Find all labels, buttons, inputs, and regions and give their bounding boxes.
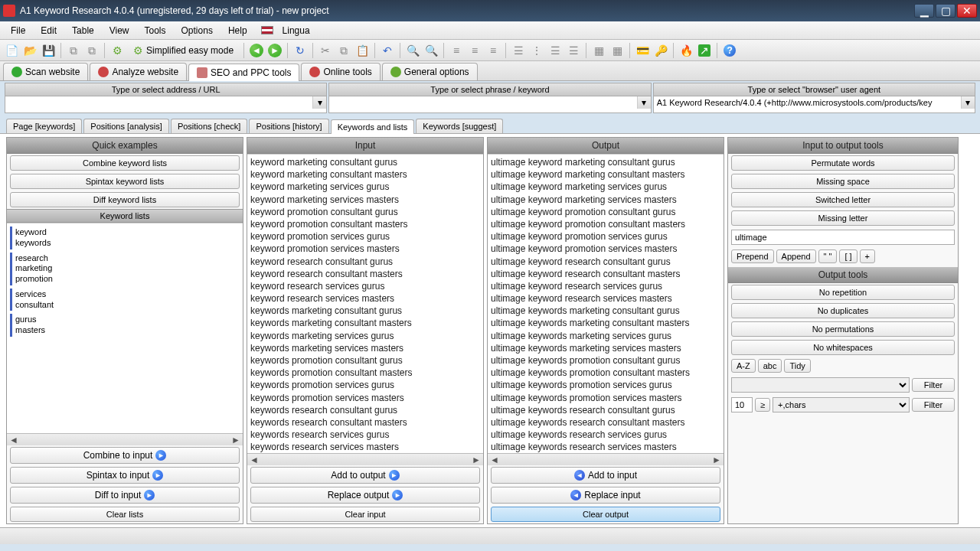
list-item[interactable]: keyword research consultant masters [250,268,480,280]
no-permutations-button[interactable]: No permutations [731,321,955,337]
fire-icon[interactable]: 🔥 [678,42,694,59]
subtab-positions-check[interactable]: Positions [check] [171,119,248,133]
back-icon[interactable]: ◄ [248,42,265,59]
subtab-keywords-suggest[interactable]: Keywords [suggest] [416,119,503,133]
missing-letter-button[interactable]: Missing letter [731,210,955,226]
input-list[interactable]: keyword marketing consultant guruskeywor… [247,154,483,453]
list-item[interactable]: keywords research consultant gurus [250,404,480,416]
url-input[interactable] [5,96,312,109]
permutate-button[interactable]: Permutate words [731,155,955,171]
list-item[interactable]: ultimage keyword research consultant gur… [491,256,720,268]
list-item[interactable]: ultimage keyword promotion consultant gu… [491,206,720,218]
no-duplicates-button[interactable]: No duplicates [731,303,955,318]
subtab-positions-analysis[interactable]: Positions [analysis] [83,119,169,133]
list4-icon[interactable]: ☰ [565,42,582,59]
list-item[interactable]: keyword research services masters [250,292,480,305]
tab-scan[interactable]: Scan website [3,63,88,80]
help-icon[interactable]: ? [721,42,738,59]
prepend-button[interactable]: Prepend [731,249,774,263]
missing-space-button[interactable]: Missing space [731,174,955,189]
combine-kw-button[interactable]: Combine keyword lists [10,155,240,171]
output-hscroll[interactable]: ◄► [488,453,724,465]
col2-icon[interactable]: ▦ [609,42,626,59]
list-item[interactable]: keyword research consultant gurus [250,256,480,268]
spintax-kw-button[interactable]: Spintax keyword lists [10,174,240,189]
list-item[interactable]: ultimage keywords promotion services gur… [491,379,720,391]
save-icon[interactable]: 💾 [40,42,57,59]
list-item[interactable]: keyword promotion consultant masters [250,218,480,230]
subtab-positions-history[interactable]: Positions [history] [249,119,328,133]
forward-icon[interactable]: ► [266,42,283,59]
list-item[interactable]: ultimage keyword research services gurus [491,280,720,292]
clear-lists-button[interactable]: Clear lists [10,507,240,522]
menu-view[interactable]: View [103,24,136,37]
undo-icon[interactable]: ↶ [379,42,396,59]
maximize-button[interactable]: ▢ [936,4,956,18]
list-item[interactable]: ultimage keywords promotion consultant g… [491,354,720,367]
list2-icon[interactable]: ⋮ [528,42,545,59]
list-item[interactable]: ultimage keyword promotion consultant ma… [491,218,720,230]
menu-tools[interactable]: Tools [139,24,172,37]
list-item[interactable]: keywords research services masters [250,441,480,453]
share-icon[interactable]: ↗ [696,42,713,59]
abc-button[interactable]: abc [758,359,782,373]
list-item[interactable]: ultimage keywords marketing services mas… [491,342,720,354]
list-item[interactable]: keyword promotion services gurus [250,230,480,243]
subtab-keywords-lists[interactable]: Keywords and lists [331,119,415,134]
simplified-mode-button[interactable]: ⚙ Simplified easy mode [127,42,240,59]
list-item[interactable]: ultimage keyword marketing services guru… [491,181,720,193]
close-button[interactable]: ✕ [957,4,977,18]
copy3-icon[interactable]: ⧉ [335,42,352,59]
copy-icon[interactable]: ⧉ [65,42,82,59]
list-item[interactable]: ultimage keyword research consultant mas… [491,268,720,280]
open-icon[interactable]: 📂 [21,42,38,59]
list-item[interactable]: keyword marketing services gurus [250,181,480,193]
list-item[interactable]: keyword promotion consultant gurus [250,206,480,218]
list-item[interactable]: ultimage keywords marketing consultant g… [491,305,720,317]
az-button[interactable]: A-Z [731,359,756,373]
list-item[interactable]: keywords marketing services gurus [250,330,480,342]
list-item[interactable]: keyword marketing services masters [250,194,480,206]
menu-help[interactable]: Help [222,24,253,37]
plus-button[interactable]: + [860,249,875,263]
list-item[interactable]: keywords marketing services masters [250,342,480,354]
diff-to-input-button[interactable]: Diff to input► [10,487,240,504]
list-item[interactable]: ultimage keyword marketing services mast… [491,194,720,206]
tab-seo-ppc[interactable]: SEO and PPC tools [188,64,299,81]
clear-input-button[interactable]: Clear input [250,507,480,522]
list-item[interactable]: keyword marketing consultant masters [250,168,480,181]
filter2-button[interactable]: Filter [912,398,955,412]
list-item[interactable]: ultimage keywords research consultant gu… [491,404,720,416]
paste-icon[interactable]: 📋 [354,42,371,59]
phrase-input[interactable] [329,96,636,109]
list-item[interactable]: ultimage keywords marketing services gur… [491,330,720,342]
url-dropdown[interactable]: ▾ [312,96,326,109]
list-item[interactable]: researchmarketingpromotion [10,253,243,285]
tab-general[interactable]: General options [382,63,478,80]
cut-icon[interactable]: ✂ [317,42,334,59]
find-icon[interactable]: 🔍 [404,42,421,59]
list-item[interactable]: keywords marketing consultant gurus [250,305,480,317]
brackets-button[interactable]: [ ] [839,249,857,263]
tab-online[interactable]: Online tools [301,63,380,80]
filter-num-input[interactable] [731,397,753,412]
replace-input-button[interactable]: ◄Replace input [491,487,720,504]
list-item[interactable]: ultimage keywords research services guru… [491,429,720,441]
list-item[interactable]: keywords promotion services gurus [250,379,480,391]
list-item[interactable]: keyword research services gurus [250,280,480,292]
list-item[interactable]: keywords promotion services masters [250,392,480,404]
transform-text-input[interactable] [731,230,955,245]
align1-icon[interactable]: ≡ [448,42,465,59]
switched-letter-button[interactable]: Switched letter [731,192,955,207]
list-item[interactable]: ultimage keyword promotion services guru… [491,230,720,243]
tidy-button[interactable]: Tidy [784,359,810,373]
list-item[interactable]: keywords promotion consultant masters [250,367,480,379]
add-to-output-button[interactable]: Add to output► [250,467,480,484]
input-hscroll[interactable]: ◄► [247,453,483,465]
list-item[interactable]: keyword marketing consultant gurus [250,156,480,168]
filter1-select[interactable] [731,377,910,393]
tab-analyze[interactable]: Analyze website [90,63,187,80]
clear-output-button[interactable]: Clear output [491,507,720,522]
combine-to-input-button[interactable]: Combine to input► [10,447,240,464]
menu-file[interactable]: File [5,24,31,37]
